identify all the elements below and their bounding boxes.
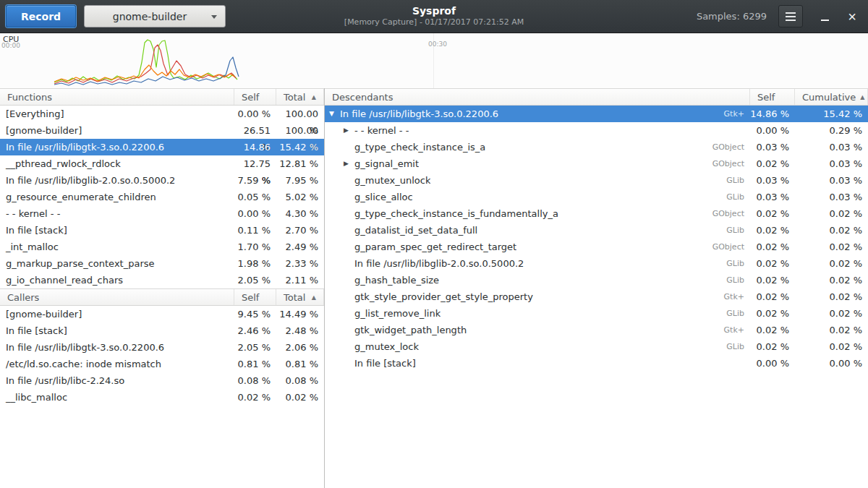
cumulative-percent: 0.03 %: [795, 189, 868, 205]
cumulative-percent: 0.02 %: [795, 239, 868, 255]
column-header-total[interactable]: Total ▲: [276, 89, 324, 105]
self-percent: 0.81 %: [234, 356, 276, 372]
column-header-self[interactable]: Self: [234, 289, 276, 305]
callers-row[interactable]: __libc_malloc0.02 %0.02 %: [0, 389, 324, 406]
expander-open-icon[interactable]: ▼: [329, 106, 340, 122]
column-header-self[interactable]: Self: [750, 89, 795, 105]
library-badge: GObject: [705, 239, 744, 255]
time-label-mid: 00:30: [428, 40, 447, 48]
descendants-row[interactable]: g_param_spec_get_redirect_targetGObject0…: [325, 239, 868, 255]
title-box: Sysprof [Memory Capture] - 01/17/2017 07…: [344, 5, 524, 27]
descendant-name-cell: gtk_widget_path_lengthGtk+: [325, 322, 750, 338]
process-selector-dropdown[interactable]: gnome-builder: [84, 5, 226, 27]
cumulative-percent: 0.03 %: [795, 139, 868, 155]
window-subtitle: [Memory Capture] - 01/17/2017 07:21:52 A…: [344, 17, 524, 27]
callers-row[interactable]: [gnome-builder]9.45 %14.49 %: [0, 306, 324, 322]
descendants-row[interactable]: In file /usr/lib/libglib-2.0.so.0.5000.2…: [325, 255, 868, 272]
library-badge: GObject: [705, 139, 744, 155]
headerbar: Record gnome-builder Sysprof [Memory Cap…: [0, 0, 868, 33]
expander-closed-icon[interactable]: ▶: [344, 155, 354, 172]
function-name: In file [stack]: [354, 355, 416, 372]
callers-row[interactable]: In file /usr/lib/libgtk-3.so.0.2200.62.0…: [0, 339, 324, 356]
functions-row[interactable]: [gnome-builder]26.51 %100.00 %: [0, 122, 324, 139]
total-percent: 7.95 %: [276, 172, 324, 189]
function-name: - - kernel - -: [0, 205, 234, 222]
function-name: g_slice_alloc: [354, 189, 413, 205]
self-percent: 14.86 %: [750, 106, 795, 122]
descendant-name-cell: In file [stack]: [325, 355, 750, 372]
functions-row[interactable]: g_io_channel_read_chars2.05 %2.11 %: [0, 272, 324, 288]
cumulative-percent: 0.02 %: [795, 272, 868, 288]
functions-row[interactable]: In file [stack]0.11 %2.70 %: [0, 222, 324, 239]
descendants-row[interactable]: ▶- - kernel - -0.00 %0.29 %: [325, 122, 868, 139]
function-name: In file [stack]: [0, 222, 234, 239]
library-badge: GLib: [719, 305, 744, 322]
functions-row[interactable]: In file /usr/lib/libgtk-3.so.0.2200.614.…: [0, 139, 324, 155]
callers-row[interactable]: In file /usr/lib/libc-2.24.so0.08 %0.08 …: [0, 372, 324, 389]
window-title: Sysprof: [344, 5, 524, 17]
descendants-row[interactable]: g_type_check_instance_is_aGObject0.03 %0…: [325, 139, 868, 155]
descendants-row[interactable]: g_mutex_unlockGLib0.03 %0.03 %: [325, 172, 868, 189]
descendant-name-cell: In file /usr/lib/libglib-2.0.so.0.5000.2…: [325, 255, 750, 272]
column-header-descendants[interactable]: Descendants: [325, 89, 750, 105]
descendant-name-cell: g_mutex_lockGLib: [325, 338, 750, 355]
record-button[interactable]: Record: [6, 5, 76, 27]
descendant-name-cell: g_mutex_unlockGLib: [325, 172, 750, 189]
descendants-row[interactable]: g_slice_allocGLib0.03 %0.03 %: [325, 189, 868, 205]
functions-table-header: Functions Self Total ▲: [0, 88, 324, 106]
column-header-functions[interactable]: Functions: [0, 89, 234, 105]
descendants-row[interactable]: g_mutex_lockGLib0.02 %0.02 %: [325, 338, 868, 355]
functions-row[interactable]: __pthread_rwlock_rdlock12.75 %12.81 %: [0, 155, 324, 172]
function-name: [gnome-builder]: [0, 306, 234, 322]
left-pane: Functions Self Total ▲ [Everything]0.00 …: [0, 88, 325, 488]
cumulative-percent: 0.02 %: [795, 322, 868, 338]
dropdown-arrow-icon: [211, 15, 217, 19]
descendants-row[interactable]: g_list_remove_linkGLib0.02 %0.02 %: [325, 305, 868, 322]
function-name: - - kernel - -: [354, 122, 409, 139]
descendant-name-cell: g_list_remove_linkGLib: [325, 305, 750, 322]
descendant-name-cell: g_type_check_instance_is_aGObject: [325, 139, 750, 155]
menu-button[interactable]: [778, 5, 803, 27]
descendants-row[interactable]: g_datalist_id_set_data_fullGLib0.02 %0.0…: [325, 222, 868, 239]
descendants-row[interactable]: gtk_style_provider_get_style_propertyGtk…: [325, 288, 868, 305]
function-name: [Everything]: [0, 106, 234, 122]
self-percent: 14.86 %: [234, 139, 276, 155]
descendants-row[interactable]: gtk_widget_path_lengthGtk+0.02 %0.02 %: [325, 322, 868, 338]
descendants-row[interactable]: ▶g_signal_emitGObject0.02 %0.03 %: [325, 155, 868, 172]
expander-closed-icon[interactable]: ▶: [344, 122, 354, 139]
descendants-table-header: Descendants Self Cumulative ▲: [325, 88, 868, 106]
menu-icon: [786, 12, 796, 21]
column-header-callers[interactable]: Callers: [0, 289, 234, 305]
total-percent: 100.00 %: [276, 122, 324, 139]
functions-row[interactable]: In file /usr/lib/libglib-2.0.so.0.5000.2…: [0, 172, 324, 189]
callers-row[interactable]: In file [stack]2.46 %2.48 %: [0, 322, 324, 339]
function-name: g_list_remove_link: [354, 305, 441, 322]
functions-row[interactable]: g_markup_parse_context_parse1.98 %2.33 %: [0, 255, 324, 272]
functions-row[interactable]: g_resource_enumerate_children0.05 %5.02 …: [0, 189, 324, 205]
total-percent: 15.42 %: [276, 139, 324, 155]
descendant-name-cell: g_slice_allocGLib: [325, 189, 750, 205]
callers-table-header: Callers Self Total ▲: [0, 288, 324, 306]
column-header-total[interactable]: Total ▲: [276, 289, 324, 305]
self-percent: 2.05 %: [234, 272, 276, 288]
descendants-row[interactable]: ▼In file /usr/lib/libgtk-3.so.0.2200.6Gt…: [325, 106, 868, 122]
functions-row[interactable]: [Everything]0.00 %100.00 %: [0, 106, 324, 122]
process-selector-label: gnome-builder: [113, 11, 187, 22]
close-button[interactable]: ×: [842, 6, 862, 27]
functions-row[interactable]: _int_malloc1.70 %2.49 %: [0, 239, 324, 255]
functions-row[interactable]: - - kernel - -0.00 %4.30 %: [0, 205, 324, 222]
descendants-row[interactable]: In file [stack]0.00 %0.00 %: [325, 355, 868, 372]
library-badge: GLib: [719, 172, 744, 189]
cpu-timeline[interactable]: CPU 00:00 00:30: [0, 33, 868, 88]
sort-indicator-icon: ▲: [312, 294, 316, 301]
column-header-self[interactable]: Self: [234, 89, 276, 105]
callers-row[interactable]: /etc/ld.so.cache: inode mismatch0.81 %0.…: [0, 356, 324, 372]
descendants-row[interactable]: g_hash_table_sizeGLib0.02 %0.02 %: [325, 272, 868, 288]
descendants-row[interactable]: g_type_check_instance_is_fundamentally_a…: [325, 205, 868, 222]
sort-indicator-icon: ▲: [312, 94, 316, 100]
total-percent: 2.70 %: [276, 222, 324, 239]
minimize-button[interactable]: [814, 6, 835, 27]
function-name: g_datalist_id_set_data_full: [354, 222, 477, 239]
self-percent: 1.70 %: [234, 239, 276, 255]
column-header-cumulative[interactable]: Cumulative ▲: [795, 89, 868, 105]
